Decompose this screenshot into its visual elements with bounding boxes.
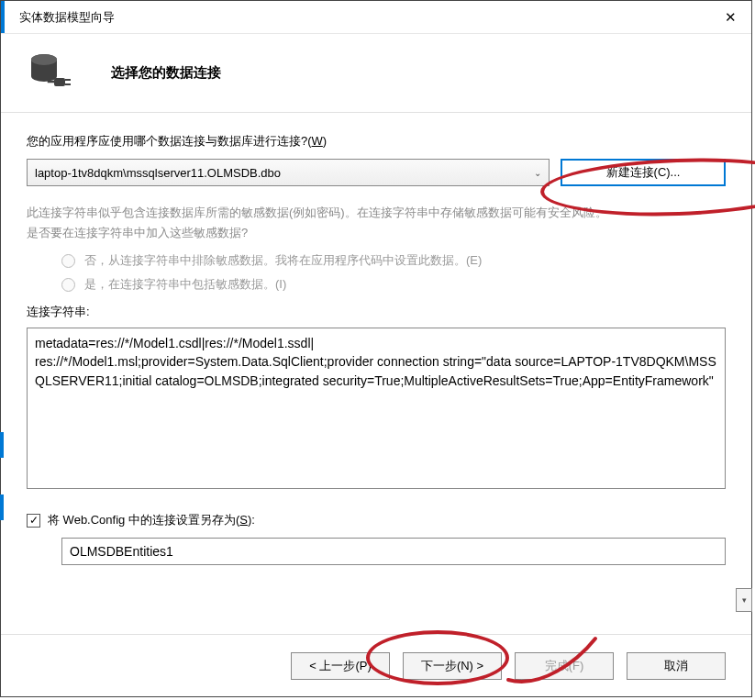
- new-connection-label: 新建连接(C)...: [606, 164, 681, 181]
- svg-rect-2: [54, 78, 65, 86]
- radio-include-label: 是，在连接字符串中包括敏感数据。(I): [84, 276, 286, 293]
- cancel-button[interactable]: 取消: [627, 652, 726, 680]
- wizard-step-title: 选择您的数据连接: [111, 64, 221, 82]
- connection-string-label: 连接字符串:: [27, 304, 726, 320]
- database-plug-icon: [28, 50, 74, 96]
- save-label-key: S: [239, 513, 248, 527]
- radio-icon: [61, 254, 75, 268]
- close-button[interactable]: ✕: [709, 1, 751, 34]
- titlebar: 实体数据模型向导 ✕: [1, 1, 751, 34]
- svg-point-1: [31, 54, 57, 65]
- connection-selected-value: laptop-1tv8dqkm\mssqlserver11.OLMSDB.dbo: [35, 166, 281, 180]
- radio-exclude-label: 否，从连接字符串中排除敏感数据。我将在应用程序代码中设置此数据。(E): [84, 252, 482, 269]
- save-config-row: ✓ 将 Web.Config 中的连接设置另存为(S):: [27, 512, 726, 528]
- radio-option-exclude: 否，从连接字符串中排除敏感数据。我将在应用程序代码中设置此数据。(E): [61, 252, 726, 269]
- save-label-suffix: ):: [248, 513, 255, 527]
- chevron-down-icon: ⌄: [534, 168, 541, 178]
- warning-line-1: 此连接字符串似乎包含连接数据库所需的敏感数据(例如密码)。在连接字符串中存储敏感…: [27, 203, 726, 223]
- connection-prompt-prefix: 您的应用程序应使用哪个数据连接与数据库进行连接?(: [27, 134, 312, 148]
- back-label: < 上一步(P): [309, 658, 372, 674]
- finish-label: 完成(F): [545, 658, 584, 674]
- content-area: 您的应用程序应使用哪个数据连接与数据库进行连接?(W) laptop-1tv8d…: [1, 133, 751, 565]
- window-title: 实体数据模型向导: [19, 9, 115, 26]
- header-divider: [1, 112, 751, 113]
- save-label-prefix: 将 Web.Config 中的连接设置另存为(: [48, 513, 239, 527]
- left-edge-accent: [0, 432, 4, 557]
- save-config-checkbox[interactable]: ✓: [27, 514, 40, 528]
- finish-button: 完成(F): [515, 652, 614, 680]
- wizard-window: 实体数据模型向导 ✕ 选择您的数据连接 您的应用程序应使用哪个数据连接与数据库进…: [0, 0, 752, 697]
- radio-icon: [61, 278, 75, 292]
- connection-prompt-suffix: ): [323, 134, 327, 148]
- connection-string-textbox[interactable]: [27, 328, 726, 489]
- scroll-handle-icon: ▾: [736, 588, 752, 612]
- sensitive-data-warning: 此连接字符串似乎包含连接数据库所需的敏感数据(例如密码)。在连接字符串中存储敏感…: [27, 203, 726, 243]
- back-button[interactable]: < 上一步(P): [291, 652, 390, 680]
- connection-settings-name-input[interactable]: [61, 538, 726, 565]
- warning-line-2: 是否要在连接字符串中加入这些敏感数据?: [27, 223, 726, 243]
- close-icon: ✕: [725, 9, 737, 26]
- cancel-label: 取消: [664, 658, 688, 674]
- checkmark-icon: ✓: [29, 515, 39, 526]
- connection-row: laptop-1tv8dqkm\mssqlserver11.OLMSDB.dbo…: [27, 159, 726, 186]
- new-connection-button[interactable]: 新建连接(C)...: [561, 159, 726, 186]
- next-label: 下一步(N) >: [421, 658, 483, 674]
- wizard-footer: < 上一步(P) 下一步(N) > 完成(F) 取消: [1, 634, 751, 696]
- save-config-label: 将 Web.Config 中的连接设置另存为(S):: [48, 512, 255, 528]
- radio-option-include: 是，在连接字符串中包括敏感数据。(I): [61, 276, 726, 293]
- connection-dropdown[interactable]: laptop-1tv8dqkm\mssqlserver11.OLMSDB.dbo…: [27, 159, 550, 186]
- connection-prompt: 您的应用程序应使用哪个数据连接与数据库进行连接?(W): [27, 133, 726, 150]
- wizard-header: 选择您的数据连接: [1, 34, 751, 112]
- next-button[interactable]: 下一步(N) >: [403, 652, 502, 680]
- connection-prompt-key: W: [312, 134, 323, 148]
